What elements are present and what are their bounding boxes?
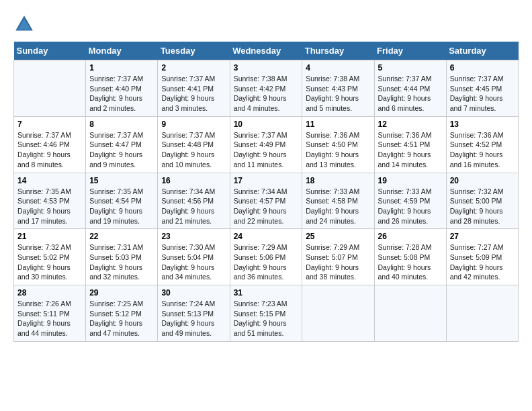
calendar-cell: 7Sunrise: 7:37 AM Sunset: 4:46 PM Daylig… [14,116,86,173]
calendar-cell: 13Sunrise: 7:36 AM Sunset: 4:52 PM Dayli… [446,116,518,173]
header-sunday: Sunday [14,42,86,60]
header-thursday: Thursday [302,42,374,60]
calendar-cell: 27Sunrise: 7:27 AM Sunset: 5:09 PM Dayli… [446,229,518,285]
week-row-5: 28Sunrise: 7:26 AM Sunset: 5:11 PM Dayli… [14,285,519,342]
calendar-cell: 10Sunrise: 7:37 AM Sunset: 4:49 PM Dayli… [230,116,302,173]
week-row-4: 21Sunrise: 7:32 AM Sunset: 5:02 PM Dayli… [14,229,519,285]
day-number: 24 [234,232,299,241]
calendar-cell: 4Sunrise: 7:38 AM Sunset: 4:43 PM Daylig… [302,60,374,117]
day-info: Sunrise: 7:36 AM Sunset: 4:51 PM Dayligh… [378,130,443,170]
day-info: Sunrise: 7:34 AM Sunset: 4:57 PM Dayligh… [234,187,299,226]
logo [13,13,38,35]
day-number: 28 [17,288,82,298]
day-info: Sunrise: 7:32 AM Sunset: 5:00 PM Dayligh… [450,187,515,226]
day-number: 1 [89,63,154,73]
day-info: Sunrise: 7:33 AM Sunset: 4:58 PM Dayligh… [306,187,370,226]
calendar-cell: 14Sunrise: 7:35 AM Sunset: 4:53 PM Dayli… [14,173,86,229]
day-info: Sunrise: 7:37 AM Sunset: 4:44 PM Dayligh… [378,74,443,113]
day-info: Sunrise: 7:24 AM Sunset: 5:13 PM Dayligh… [161,299,226,338]
day-number: 20 [450,176,515,185]
week-row-1: 1Sunrise: 7:37 AM Sunset: 4:40 PM Daylig… [14,60,519,117]
day-number: 17 [234,176,299,185]
day-number: 4 [306,63,370,73]
day-number: 8 [89,120,154,129]
calendar-cell: 20Sunrise: 7:32 AM Sunset: 5:00 PM Dayli… [446,173,518,229]
calendar-cell: 31Sunrise: 7:23 AM Sunset: 5:15 PM Dayli… [230,285,302,342]
day-number: 29 [89,288,154,298]
day-info: Sunrise: 7:35 AM Sunset: 4:54 PM Dayligh… [89,187,154,226]
day-info: Sunrise: 7:30 AM Sunset: 5:04 PM Dayligh… [161,242,226,282]
day-number: 25 [306,232,370,241]
day-number: 10 [234,120,299,129]
day-number: 21 [17,232,82,241]
day-number: 31 [234,288,299,298]
day-info: Sunrise: 7:37 AM Sunset: 4:40 PM Dayligh… [89,74,154,113]
day-info: Sunrise: 7:29 AM Sunset: 5:06 PM Dayligh… [234,242,299,282]
calendar-cell: 12Sunrise: 7:36 AM Sunset: 4:51 PM Dayli… [374,116,446,173]
calendar-header-row: SundayMondayTuesdayWednesdayThursdayFrid… [14,42,519,60]
day-number: 14 [17,176,82,185]
logo-icon [13,13,35,35]
calendar-cell: 15Sunrise: 7:35 AM Sunset: 4:54 PM Dayli… [86,173,158,229]
calendar-cell: 18Sunrise: 7:33 AM Sunset: 4:58 PM Dayli… [302,173,374,229]
calendar-cell: 24Sunrise: 7:29 AM Sunset: 5:06 PM Dayli… [230,229,302,285]
day-number: 19 [378,176,443,185]
calendar-cell: 21Sunrise: 7:32 AM Sunset: 5:02 PM Dayli… [14,229,86,285]
day-info: Sunrise: 7:36 AM Sunset: 4:52 PM Dayligh… [450,130,515,170]
day-number: 15 [89,176,154,185]
header-wednesday: Wednesday [230,42,302,60]
day-info: Sunrise: 7:29 AM Sunset: 5:07 PM Dayligh… [306,242,370,282]
calendar-cell: 25Sunrise: 7:29 AM Sunset: 5:07 PM Dayli… [302,229,374,285]
day-info: Sunrise: 7:37 AM Sunset: 4:47 PM Dayligh… [89,130,154,170]
day-number: 12 [378,120,443,129]
day-info: Sunrise: 7:36 AM Sunset: 4:50 PM Dayligh… [306,130,370,170]
day-info: Sunrise: 7:37 AM Sunset: 4:46 PM Dayligh… [17,130,82,170]
day-info: Sunrise: 7:37 AM Sunset: 4:41 PM Dayligh… [161,74,226,113]
calendar-cell [446,285,518,342]
calendar-cell: 19Sunrise: 7:33 AM Sunset: 4:59 PM Dayli… [374,173,446,229]
day-number: 23 [161,232,226,241]
day-info: Sunrise: 7:28 AM Sunset: 5:08 PM Dayligh… [378,242,443,282]
day-info: Sunrise: 7:23 AM Sunset: 5:15 PM Dayligh… [234,299,299,338]
day-number: 5 [378,63,443,73]
day-info: Sunrise: 7:38 AM Sunset: 4:42 PM Dayligh… [234,74,299,113]
day-info: Sunrise: 7:38 AM Sunset: 4:43 PM Dayligh… [306,74,370,113]
week-row-2: 7Sunrise: 7:37 AM Sunset: 4:46 PM Daylig… [14,116,519,173]
calendar-cell: 5Sunrise: 7:37 AM Sunset: 4:44 PM Daylig… [374,60,446,117]
calendar-cell: 9Sunrise: 7:37 AM Sunset: 4:48 PM Daylig… [158,116,230,173]
calendar-cell: 28Sunrise: 7:26 AM Sunset: 5:11 PM Dayli… [14,285,86,342]
day-info: Sunrise: 7:37 AM Sunset: 4:48 PM Dayligh… [161,130,226,170]
calendar-cell: 11Sunrise: 7:36 AM Sunset: 4:50 PM Dayli… [302,116,374,173]
day-info: Sunrise: 7:33 AM Sunset: 4:59 PM Dayligh… [378,187,443,226]
day-info: Sunrise: 7:34 AM Sunset: 4:56 PM Dayligh… [161,187,226,226]
day-info: Sunrise: 7:35 AM Sunset: 4:53 PM Dayligh… [17,187,82,226]
header-tuesday: Tuesday [158,42,230,60]
calendar-cell: 2Sunrise: 7:37 AM Sunset: 4:41 PM Daylig… [158,60,230,117]
page-header [13,13,519,35]
day-number: 16 [161,176,226,185]
day-info: Sunrise: 7:37 AM Sunset: 4:49 PM Dayligh… [234,130,299,170]
day-info: Sunrise: 7:32 AM Sunset: 5:02 PM Dayligh… [17,242,82,282]
header-saturday: Saturday [446,42,518,60]
day-number: 27 [450,232,515,241]
day-number: 3 [234,63,299,73]
day-number: 26 [378,232,443,241]
day-number: 6 [450,63,515,73]
day-info: Sunrise: 7:27 AM Sunset: 5:09 PM Dayligh… [450,242,515,282]
calendar-cell: 29Sunrise: 7:25 AM Sunset: 5:12 PM Dayli… [86,285,158,342]
calendar-table: SundayMondayTuesdayWednesdayThursdayFrid… [13,42,519,342]
day-info: Sunrise: 7:25 AM Sunset: 5:12 PM Dayligh… [89,299,154,338]
calendar-cell: 1Sunrise: 7:37 AM Sunset: 4:40 PM Daylig… [86,60,158,117]
week-row-3: 14Sunrise: 7:35 AM Sunset: 4:53 PM Dayli… [14,173,519,229]
header-friday: Friday [374,42,446,60]
header-monday: Monday [86,42,158,60]
calendar-cell: 26Sunrise: 7:28 AM Sunset: 5:08 PM Dayli… [374,229,446,285]
calendar-cell [374,285,446,342]
day-number: 18 [306,176,370,185]
day-number: 9 [161,120,226,129]
calendar-cell: 3Sunrise: 7:38 AM Sunset: 4:42 PM Daylig… [230,60,302,117]
calendar-cell: 22Sunrise: 7:31 AM Sunset: 5:03 PM Dayli… [86,229,158,285]
day-number: 22 [89,232,154,241]
calendar-cell: 16Sunrise: 7:34 AM Sunset: 4:56 PM Dayli… [158,173,230,229]
day-number: 7 [17,120,82,129]
